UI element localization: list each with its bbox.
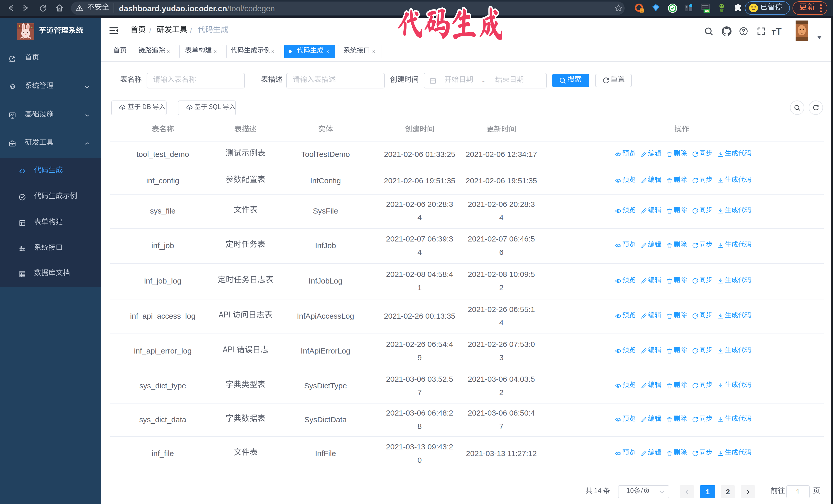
svg-text:1: 1 <box>641 9 643 13</box>
svg-text:on: on <box>705 9 709 13</box>
